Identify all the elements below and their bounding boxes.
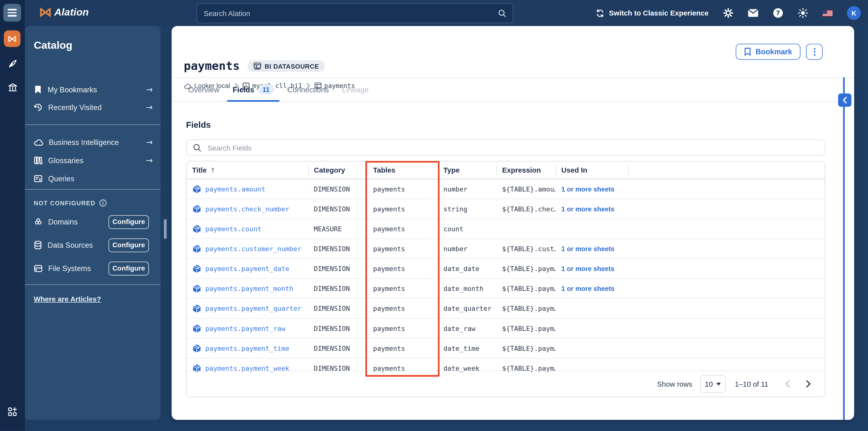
inbox-button[interactable]: [748, 9, 758, 17]
sidebar-item-glossaries[interactable]: Glossaries →: [34, 155, 153, 166]
page-size-select[interactable]: 10: [700, 375, 725, 393]
chevron-left-icon: [785, 380, 790, 388]
table-row[interactable]: payments.payment_quarter DIMENSION payme…: [187, 298, 825, 318]
configure-domains-button[interactable]: Configure: [108, 215, 149, 229]
used-in-link[interactable]: 1 or more sheets: [556, 245, 628, 253]
gear-icon: [723, 8, 733, 18]
rail-item-compose[interactable]: [0, 59, 25, 69]
rail-item-catalog-active[interactable]: ⋈: [4, 31, 20, 47]
table-row[interactable]: payments.payment_month DIMENSION payment…: [187, 278, 825, 298]
switch-to-classic-label: Switch to Classic Experience: [609, 9, 709, 17]
column-header-type[interactable]: Type: [438, 161, 497, 179]
sidebar-item-recently-visited[interactable]: Recently Visited →: [34, 102, 153, 113]
sidebar-item-file-systems: File Systems Configure: [34, 261, 149, 276]
cell-category: DIMENSION: [308, 285, 368, 292]
sidebar-item-my-bookmarks[interactable]: My Bookmarks →: [34, 84, 153, 95]
fields-search[interactable]: [186, 139, 826, 156]
field-title-link[interactable]: payments.count: [206, 225, 261, 233]
hamburger-menu-button[interactable]: [3, 4, 21, 22]
switch-to-classic-button[interactable]: Switch to Classic Experience: [596, 8, 709, 18]
table-row[interactable]: payments.check_number DIMENSION payments…: [187, 199, 825, 219]
tab-overview[interactable]: Overview: [182, 78, 226, 101]
tab-label: Fields: [232, 86, 254, 94]
collapse-panel-button[interactable]: [838, 94, 851, 107]
column-header-used-in[interactable]: Used In: [556, 161, 628, 179]
column-header-label: Expression: [502, 166, 541, 174]
user-avatar[interactable]: K: [847, 6, 861, 20]
bookmark-button[interactable]: Bookmark: [736, 44, 801, 60]
table-row[interactable]: payments.payment_date DIMENSION payments…: [187, 258, 825, 278]
rail-item-apps[interactable]: [0, 406, 25, 417]
cell-expression: ${TABLE}.amou…: [497, 185, 556, 193]
column-header-category[interactable]: Category: [308, 161, 368, 179]
search-icon[interactable]: [498, 9, 506, 18]
column-header-tables[interactable]: Tables: [368, 161, 438, 179]
language-button[interactable]: [823, 10, 833, 16]
global-search[interactable]: [196, 3, 513, 23]
table-row[interactable]: payments.amount DIMENSION payments numbe…: [187, 179, 825, 199]
configure-file-systems-button[interactable]: Configure: [108, 261, 149, 275]
cell-expression: ${TABLE}.paym…: [497, 324, 556, 332]
tab-lineage: Lineage: [336, 78, 375, 101]
previous-page-button[interactable]: [780, 377, 794, 391]
used-in-link[interactable]: 1 or more sheets: [556, 285, 628, 292]
column-header-expression[interactable]: Expression: [497, 161, 556, 179]
history-icon: [34, 103, 43, 112]
avatar-initial: K: [851, 9, 856, 17]
alation-app: ⋈ ⋈ Alation: [0, 0, 868, 431]
cell-type: count: [438, 225, 497, 233]
field-title-link[interactable]: payments.check_number: [206, 205, 289, 212]
sidebar-scrollbar-thumb[interactable]: [164, 219, 166, 239]
used-in-link[interactable]: 1 or more sheets: [556, 185, 628, 193]
help-button[interactable]: ?: [773, 8, 783, 18]
field-cube-icon: [193, 204, 201, 213]
next-page-button[interactable]: [802, 377, 815, 391]
cell-category: DIMENSION: [308, 344, 368, 352]
used-in-link[interactable]: 1 or more sheets: [556, 265, 628, 272]
cell-expression: ${TABLE}.cust…: [497, 245, 556, 253]
sidebar-divider: [25, 284, 161, 285]
theme-button[interactable]: [798, 8, 808, 18]
used-in-link[interactable]: 1 or more sheets: [556, 205, 628, 212]
field-cube-icon: [193, 304, 201, 313]
table-row[interactable]: payments.payment_raw DIMENSION payments …: [187, 318, 825, 338]
settings-button[interactable]: [723, 8, 733, 18]
more-actions-button[interactable]: [806, 44, 823, 60]
field-title-link[interactable]: payments.payment_time: [206, 344, 289, 352]
object-header: payments BI DATASOURCE: [184, 60, 325, 72]
sidebar-item-business-intelligence[interactable]: Business Intelligence →: [34, 137, 153, 148]
cell-tables: payments: [368, 225, 438, 233]
sidebar-item-queries[interactable]: Queries: [34, 173, 153, 184]
field-title-link[interactable]: payments.payment_month: [206, 285, 293, 292]
field-title-link[interactable]: payments.payment_quarter: [206, 304, 302, 312]
cell-type: number: [438, 185, 497, 193]
alation-logo[interactable]: ⋈ Alation: [39, 6, 89, 19]
fields-search-input[interactable]: [207, 143, 825, 153]
tab-label: Lineage: [342, 86, 369, 94]
configure-data-sources-button[interactable]: Configure: [108, 238, 149, 252]
table-row[interactable]: payments.payment_time DIMENSION payments…: [187, 338, 825, 358]
sun-icon: [798, 8, 808, 18]
rail-item-governance[interactable]: [0, 82, 25, 92]
alation-logo-bowtie-icon: ⋈: [39, 6, 52, 19]
cell-expression: ${TABLE}.paym…: [497, 285, 556, 292]
tab-fields[interactable]: Fields 11: [226, 78, 281, 101]
field-title-link[interactable]: payments.customer_number: [206, 245, 302, 253]
field-cube-icon: [193, 324, 201, 333]
global-search-input[interactable]: [197, 9, 498, 18]
field-title-link[interactable]: payments.payment_raw: [206, 324, 285, 332]
top-bar: ⋈ Alation Switch to Classic Experience: [25, 0, 868, 26]
field-title-link[interactable]: payments.payment_date: [206, 265, 289, 272]
tab-connections[interactable]: Connections: [281, 78, 336, 101]
where-are-articles-link[interactable]: Where are Articles?: [34, 295, 101, 303]
sidebar-item-data-sources: Data Sources Configure: [34, 237, 149, 253]
field-title-link[interactable]: payments.amount: [206, 185, 266, 193]
table-row[interactable]: payments.customer_number DIMENSION payme…: [187, 238, 825, 258]
sidebar-row-domains: [34, 189, 149, 216]
left-rail: ⋈: [0, 0, 25, 431]
header-actions: Bookmark: [736, 44, 823, 60]
column-header-title[interactable]: Title ↑: [187, 161, 308, 179]
table-row[interactable]: payments.count MEASURE payments count: [187, 219, 825, 238]
cell-type: string: [438, 205, 497, 212]
main-content-card: payments BI DATASOURCE Looker local: [172, 26, 854, 420]
